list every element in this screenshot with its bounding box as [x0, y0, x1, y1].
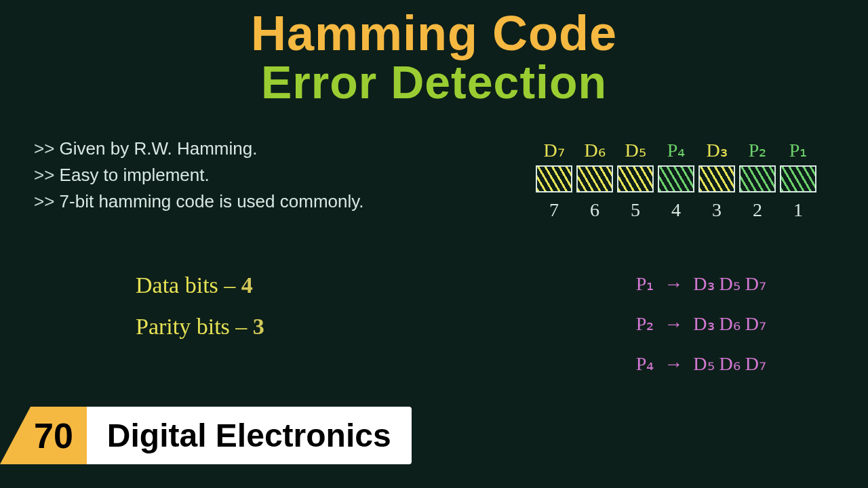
- bit-top-label: P₂: [739, 139, 776, 161]
- bit-top-label: D₇: [536, 139, 572, 161]
- bit-top-label: D₅: [617, 139, 654, 161]
- bit-bottom-label: 3: [698, 199, 735, 221]
- footer-banner: 70 Digital Electronics: [0, 407, 412, 464]
- course-label: Digital Electronics: [87, 407, 412, 464]
- bit-top-label: D₃: [698, 139, 735, 161]
- bit-bottom-label: 1: [780, 199, 816, 221]
- bit-bottom-label: 2: [739, 199, 776, 221]
- bullet-item: >> 7-bit hamming code is used commonly.: [34, 188, 364, 215]
- bit-top-label: D₆: [576, 139, 613, 161]
- arrow-icon: →: [664, 304, 683, 344]
- bullet-item: >> Given by R.W. Hamming.: [34, 136, 364, 162]
- handwriting-counts: Data bits – 4 Parity bits – 3: [136, 264, 264, 347]
- bit-bottom-label: 5: [617, 199, 654, 221]
- bullet-item: >> Easy to implement.: [34, 162, 364, 188]
- bit-box-data: [576, 165, 613, 192]
- title-block: Hamming Code Error Detection: [0, 0, 868, 108]
- bit-labels-top: D₇ D₆ D₅ P₄ D₃ P₂ P₁: [536, 139, 827, 161]
- title-line2: Error Detection: [0, 56, 868, 108]
- bit-bottom-label: 4: [658, 199, 694, 221]
- parity-relation-line: P₂ → D₃ D₆ D₇: [636, 304, 766, 344]
- bit-box-parity: [780, 165, 816, 192]
- parity-relation-line: P₄ → D₅ D₆ D₇: [636, 344, 766, 384]
- bit-box-parity: [658, 165, 694, 192]
- bit-labels-bottom: 7 6 5 4 3 2 1: [536, 199, 827, 221]
- bit-top-label: P₁: [780, 139, 816, 161]
- bit-box-data: [536, 165, 572, 192]
- bit-bottom-label: 7: [536, 199, 572, 221]
- footer-triangle-icon: [0, 407, 31, 464]
- data-bits-line: Data bits – 4: [136, 264, 264, 306]
- bullet-list: >> Given by R.W. Hamming. >> Easy to imp…: [34, 136, 364, 215]
- arrow-icon: →: [664, 264, 683, 304]
- bit-boxes: [536, 165, 827, 192]
- parity-relation-line: P₁ → D₃ D₅ D₇: [636, 264, 766, 304]
- bit-box-parity: [739, 165, 776, 192]
- title-line1: Hamming Code: [0, 5, 868, 61]
- parity-relations: P₁ → D₃ D₅ D₇ P₂ → D₃ D₆ D₇ P₄ → D₅ D₆ D…: [636, 264, 766, 384]
- bit-box-data: [617, 165, 654, 192]
- bit-box-data: [698, 165, 735, 192]
- parity-bits-line: Parity bits – 3: [136, 306, 264, 347]
- bit-bottom-label: 6: [576, 199, 613, 221]
- bit-top-label: P₄: [658, 139, 694, 161]
- bit-diagram: D₇ D₆ D₅ P₄ D₃ P₂ P₁ 7 6 5 4 3 2 1: [536, 139, 827, 221]
- lesson-number: 70: [31, 407, 87, 464]
- arrow-icon: →: [664, 344, 683, 384]
